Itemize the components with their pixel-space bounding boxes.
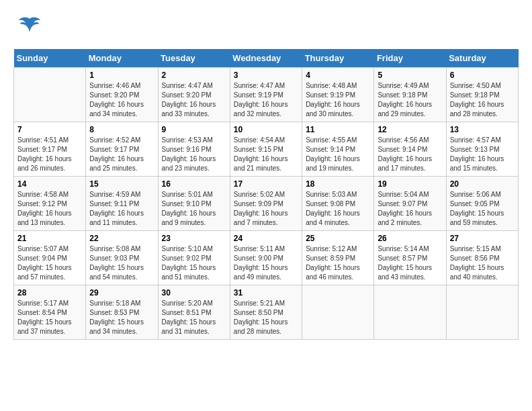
sunrise-text: Sunrise: 5:04 AM (378, 190, 442, 199)
cell-w5-d7 (446, 285, 518, 340)
daylight-text: Daylight: 16 hours and 32 minutes. (234, 100, 298, 119)
sunrise-text: Sunrise: 5:03 AM (306, 190, 370, 199)
daylight-text: Daylight: 16 hours and 29 minutes. (378, 100, 442, 119)
sunrise-text: Sunrise: 5:20 AM (162, 299, 226, 308)
col-tuesday: Tuesday (158, 49, 230, 68)
day-number: 22 (89, 234, 154, 243)
day-info: Sunrise: 5:15 AM Sunset: 8:56 PM Dayligh… (450, 244, 515, 282)
day-number: 26 (378, 234, 442, 243)
sunset-text: Sunset: 9:20 PM (89, 91, 154, 100)
week-row-2: 7 Sunrise: 4:51 AM Sunset: 9:17 PM Dayli… (14, 122, 519, 177)
cell-w1-d3: 2 Sunrise: 4:47 AM Sunset: 9:20 PM Dayli… (158, 68, 230, 122)
day-number: 21 (17, 234, 82, 243)
sunrise-text: Sunrise: 5:01 AM (162, 190, 226, 199)
sunset-text: Sunset: 8:57 PM (378, 254, 442, 263)
day-info: Sunrise: 5:08 AM Sunset: 9:03 PM Dayligh… (89, 244, 154, 282)
cell-w3-d7: 20 Sunrise: 5:06 AM Sunset: 9:05 PM Dayl… (446, 177, 518, 231)
cell-w2-d5: 11 Sunrise: 4:55 AM Sunset: 9:14 PM Dayl… (302, 122, 374, 177)
sunrise-text: Sunrise: 4:49 AM (378, 81, 442, 91)
sunset-text: Sunset: 9:14 PM (378, 145, 442, 154)
daylight-text: Daylight: 16 hours and 26 minutes. (17, 154, 82, 173)
sunrise-text: Sunrise: 4:52 AM (89, 136, 154, 145)
daylight-text: Daylight: 16 hours and 13 minutes. (17, 209, 82, 228)
cell-w4-d4: 24 Sunrise: 5:11 AM Sunset: 9:00 PM Dayl… (230, 231, 302, 285)
day-info: Sunrise: 5:21 AM Sunset: 8:50 PM Dayligh… (234, 299, 298, 336)
day-number: 9 (162, 125, 226, 134)
day-number: 3 (234, 71, 298, 80)
sunrise-text: Sunrise: 4:56 AM (378, 136, 442, 145)
sunset-text: Sunset: 8:51 PM (162, 308, 226, 318)
sunset-text: Sunset: 8:53 PM (89, 308, 154, 318)
day-info: Sunrise: 5:14 AM Sunset: 8:57 PM Dayligh… (378, 244, 442, 282)
day-number: 20 (450, 179, 515, 189)
cell-w4-d7: 27 Sunrise: 5:15 AM Sunset: 8:56 PM Dayl… (446, 231, 518, 285)
day-info: Sunrise: 5:01 AM Sunset: 9:10 PM Dayligh… (162, 190, 226, 228)
day-number: 30 (162, 288, 226, 298)
cell-w4-d5: 25 Sunrise: 5:12 AM Sunset: 8:59 PM Dayl… (302, 231, 374, 285)
sunset-text: Sunset: 8:50 PM (234, 308, 298, 318)
sunrise-text: Sunrise: 5:12 AM (306, 244, 370, 254)
col-friday: Friday (374, 49, 446, 68)
sunset-text: Sunset: 9:15 PM (234, 145, 298, 154)
sunset-text: Sunset: 9:03 PM (89, 254, 154, 263)
sunrise-text: Sunrise: 4:51 AM (17, 136, 82, 145)
sunset-text: Sunset: 9:19 PM (306, 91, 370, 100)
col-saturday: Saturday (446, 49, 518, 68)
day-info: Sunrise: 4:50 AM Sunset: 9:18 PM Dayligh… (450, 81, 515, 119)
week-row-4: 21 Sunrise: 5:07 AM Sunset: 9:04 PM Dayl… (14, 231, 519, 285)
sunset-text: Sunset: 9:00 PM (234, 254, 298, 263)
sunrise-text: Sunrise: 4:54 AM (234, 136, 298, 145)
day-info: Sunrise: 5:18 AM Sunset: 8:53 PM Dayligh… (89, 299, 154, 336)
cell-w3-d3: 16 Sunrise: 5:01 AM Sunset: 9:10 PM Dayl… (158, 177, 230, 231)
sunset-text: Sunset: 9:09 PM (234, 199, 298, 209)
sunrise-text: Sunrise: 5:07 AM (17, 244, 82, 254)
cell-w2-d3: 9 Sunrise: 4:53 AM Sunset: 9:16 PM Dayli… (158, 122, 230, 177)
daylight-text: Daylight: 16 hours and 15 minutes. (450, 154, 515, 173)
sunset-text: Sunset: 9:10 PM (162, 199, 226, 209)
sunrise-text: Sunrise: 5:06 AM (450, 190, 515, 199)
sunrise-text: Sunrise: 4:47 AM (234, 81, 298, 91)
cell-w5-d1: 28 Sunrise: 5:17 AM Sunset: 8:54 PM Dayl… (14, 285, 86, 340)
daylight-text: Daylight: 15 hours and 37 minutes. (17, 318, 82, 336)
day-number: 31 (234, 288, 298, 298)
day-number: 24 (234, 234, 298, 243)
sunrise-text: Sunrise: 4:57 AM (450, 136, 515, 145)
cell-w3-d5: 18 Sunrise: 5:03 AM Sunset: 9:08 PM Dayl… (302, 177, 374, 231)
sunset-text: Sunset: 9:17 PM (89, 145, 154, 154)
sunrise-text: Sunrise: 4:59 AM (89, 190, 154, 199)
sunrise-text: Sunrise: 5:02 AM (234, 190, 298, 199)
daylight-text: Daylight: 16 hours and 25 minutes. (89, 154, 154, 173)
daylight-text: Daylight: 16 hours and 7 minutes. (234, 209, 298, 228)
day-info: Sunrise: 5:20 AM Sunset: 8:51 PM Dayligh… (162, 299, 226, 336)
cell-w2-d7: 13 Sunrise: 4:57 AM Sunset: 9:13 PM Dayl… (446, 122, 518, 177)
day-info: Sunrise: 5:10 AM Sunset: 9:02 PM Dayligh… (162, 244, 226, 282)
logo (13, 13, 42, 42)
day-number: 25 (306, 234, 370, 243)
week-row-5: 28 Sunrise: 5:17 AM Sunset: 8:54 PM Dayl… (14, 285, 519, 340)
sunset-text: Sunset: 9:18 PM (378, 91, 442, 100)
sunrise-text: Sunrise: 4:58 AM (17, 190, 82, 199)
daylight-text: Daylight: 16 hours and 28 minutes. (450, 100, 515, 119)
day-info: Sunrise: 4:53 AM Sunset: 9:16 PM Dayligh… (162, 136, 226, 173)
day-number: 29 (89, 288, 154, 298)
day-info: Sunrise: 4:48 AM Sunset: 9:19 PM Dayligh… (306, 81, 370, 119)
cell-w5-d5 (302, 285, 374, 340)
day-info: Sunrise: 4:51 AM Sunset: 9:17 PM Dayligh… (17, 136, 82, 173)
logo-bird-icon (17, 13, 42, 42)
cell-w2-d2: 8 Sunrise: 4:52 AM Sunset: 9:17 PM Dayli… (86, 122, 158, 177)
sunrise-text: Sunrise: 5:18 AM (89, 299, 154, 308)
daylight-text: Daylight: 16 hours and 19 minutes. (306, 154, 370, 173)
day-info: Sunrise: 5:02 AM Sunset: 9:09 PM Dayligh… (234, 190, 298, 228)
week-row-3: 14 Sunrise: 4:58 AM Sunset: 9:12 PM Dayl… (14, 177, 519, 231)
col-thursday: Thursday (302, 49, 374, 68)
day-number: 23 (162, 234, 226, 243)
cell-w4-d2: 22 Sunrise: 5:08 AM Sunset: 9:03 PM Dayl… (86, 231, 158, 285)
page-header (13, 13, 519, 42)
sunset-text: Sunset: 9:05 PM (450, 199, 515, 209)
daylight-text: Daylight: 15 hours and 51 minutes. (162, 263, 226, 282)
day-number: 10 (234, 125, 298, 134)
day-info: Sunrise: 4:55 AM Sunset: 9:14 PM Dayligh… (306, 136, 370, 173)
day-number: 17 (234, 179, 298, 189)
day-number: 27 (450, 234, 515, 243)
cell-w4-d6: 26 Sunrise: 5:14 AM Sunset: 8:57 PM Dayl… (374, 231, 446, 285)
